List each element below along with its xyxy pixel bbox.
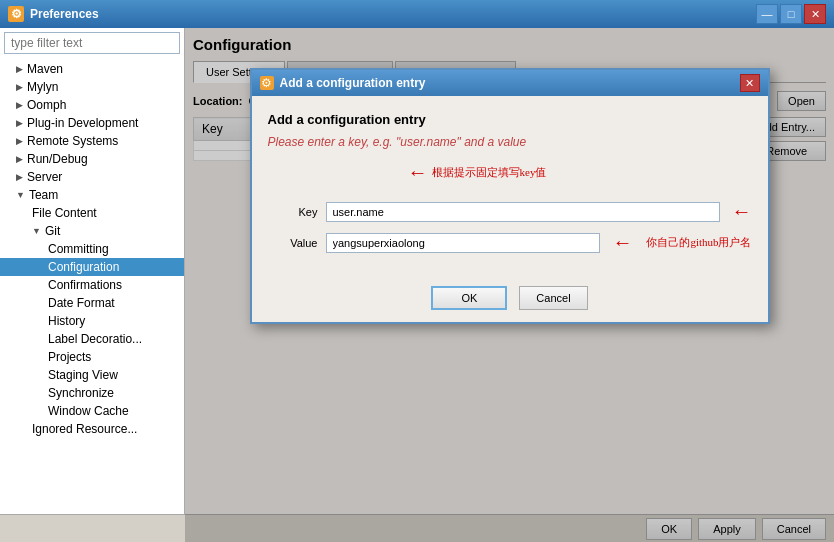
dialog-title: Add a configuration entry [280,76,740,90]
titlebar: ⚙ Preferences — □ ✕ [0,0,834,28]
sidebar-item-dateformat[interactable]: Date Format [0,294,184,312]
sidebar-item-labeldecoration[interactable]: Label Decoratio... [0,330,184,348]
sidebar-item-server[interactable]: ▶Server [0,168,184,186]
maximize-button[interactable]: □ [780,4,802,24]
sidebar-item-oomph[interactable]: ▶Oomph [0,96,184,114]
sidebar-item-configuration[interactable]: Configuration [0,258,184,276]
main-layout: ▶Maven ▶Mylyn ▶Oomph ▶Plug-in Developmen… [0,28,834,542]
dialog-description: Please enter a key, e.g. "user.name" and… [268,135,752,149]
sidebar-item-rundebug[interactable]: ▶Run/Debug [0,150,184,168]
dialog-overlay: ⚙ Add a configuration entry ✕ Add a conf… [185,28,834,542]
config-entry-dialog: ⚙ Add a configuration entry ✕ Add a conf… [250,68,770,324]
sidebar-item-ignoredresource[interactable]: Ignored Resource... [0,420,184,438]
dialog-icon: ⚙ [260,76,274,90]
sidebar-item-projects[interactable]: Projects [0,348,184,366]
filter-input[interactable] [4,32,180,54]
key-field-row: Key ← [268,200,752,223]
sidebar-item-git[interactable]: ▼Git [0,222,184,240]
window-title: Preferences [30,7,756,21]
dialog-close-button[interactable]: ✕ [740,74,760,92]
value-arrow-icon: ← [612,231,632,254]
sidebar-item-confirmations[interactable]: Confirmations [0,276,184,294]
sidebar-item-committing[interactable]: Committing [0,240,184,258]
content-area: Configuration User Settings System Setti… [185,28,834,542]
sidebar-item-stagingview[interactable]: Staging View [0,366,184,384]
sidebar-item-team[interactable]: ▼Team [0,186,184,204]
key-label: Key [268,206,318,218]
sidebar-item-remote[interactable]: ▶Remote Systems [0,132,184,150]
sidebar-tree: ▶Maven ▶Mylyn ▶Oomph ▶Plug-in Developmen… [0,58,184,542]
annotation2-text: 你自己的github用户名 [646,235,751,250]
sidebar-item-windowcache[interactable]: Window Cache [0,402,184,420]
sidebar-item-filecontent[interactable]: File Content [0,204,184,222]
sidebar-item-synchronize[interactable]: Synchronize [0,384,184,402]
dialog-heading: Add a configuration entry [268,112,752,127]
app-icon: ⚙ [8,6,24,22]
value-label: Value [268,237,318,249]
dialog-key-example: user.name [400,135,456,149]
annotation1-row: ← 根据提示固定填写key值 [268,161,752,184]
sidebar-item-history[interactable]: History [0,312,184,330]
value-field-row: Value ← 你自己的github用户名 [268,231,752,254]
annotation1-text: 根据提示固定填写key值 [432,165,547,180]
app-window: ⚙ Preferences — □ ✕ ▶Maven ▶Mylyn ▶Oomph… [0,0,834,542]
sidebar-item-plugin[interactable]: ▶Plug-in Development [0,114,184,132]
close-button[interactable]: ✕ [804,4,826,24]
key-arrow-icon: ← [732,200,752,223]
titlebar-controls: — □ ✕ [756,4,826,24]
dialog-titlebar: ⚙ Add a configuration entry ✕ [252,70,768,96]
dialog-cancel-button[interactable]: Cancel [519,286,587,310]
value-input[interactable] [326,233,601,253]
dialog-footer: OK Cancel [252,278,768,322]
sidebar-item-mylyn[interactable]: ▶Mylyn [0,78,184,96]
value-section: Value ← 你自己的github用户名 [268,231,752,254]
key-input[interactable] [326,202,720,222]
sidebar-item-maven[interactable]: ▶Maven [0,60,184,78]
sidebar: ▶Maven ▶Mylyn ▶Oomph ▶Plug-in Developmen… [0,28,185,542]
dialog-ok-button[interactable]: OK [431,286,507,310]
dialog-body: Add a configuration entry Please enter a… [252,96,768,278]
minimize-button[interactable]: — [756,4,778,24]
